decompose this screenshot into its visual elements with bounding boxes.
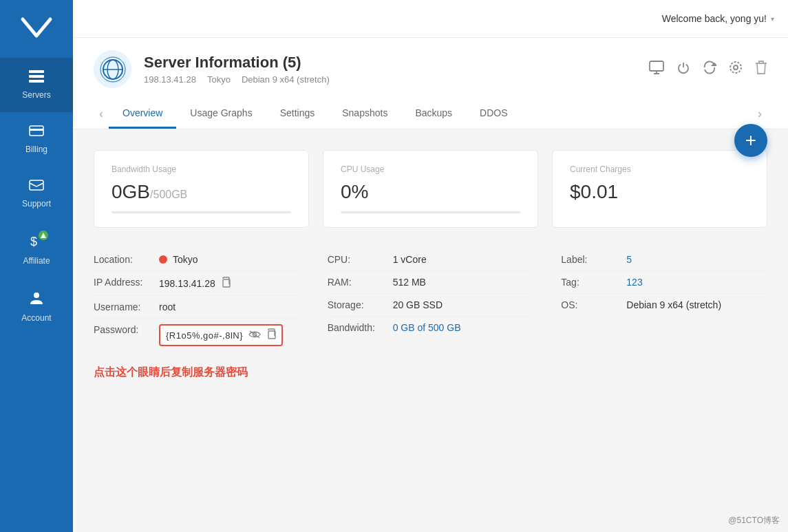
- server-info: Server Information (5) 198.13.41.28 Toky…: [144, 54, 330, 85]
- bandwidth-value: 0GB/500GB: [111, 181, 291, 203]
- label-value[interactable]: 5: [626, 254, 632, 265]
- svg-point-8: [34, 292, 39, 298]
- storage-label: Storage:: [328, 299, 393, 310]
- stats-row: Bandwidth Usage 0GB/500GB CPU Usage 0% C…: [94, 150, 767, 228]
- location-label: Location:: [94, 254, 159, 265]
- tab-ddos[interactable]: DDOS: [466, 99, 521, 129]
- details-grid: Location: Tokyo IP Address: 198.13.41.28: [94, 248, 767, 352]
- username-label: Username:: [94, 301, 159, 312]
- password-text: {R1o5%,go#-,8lN}: [166, 330, 243, 341]
- svg-point-15: [730, 62, 741, 73]
- tab-settings[interactable]: Settings: [266, 99, 329, 129]
- tab-backups[interactable]: Backups: [401, 99, 466, 129]
- storage-row: Storage: 20 GB SSD: [328, 294, 534, 317]
- dropdown-arrow-icon: ▾: [771, 15, 774, 23]
- bandwidth-label: Bandwidth Usage: [111, 164, 291, 174]
- ip-row: IP Address: 198.13.41.28: [94, 271, 300, 296]
- ram-row: RAM: 512 MB: [328, 271, 534, 294]
- delete-icon[interactable]: [755, 60, 767, 78]
- support-icon: [29, 179, 44, 195]
- label-detail-label: Label:: [561, 254, 626, 265]
- server-location: Tokyo: [207, 74, 231, 85]
- sidebar-item-account[interactable]: Account: [0, 278, 73, 335]
- detail-col-1: Location: Tokyo IP Address: 198.13.41.28: [94, 248, 300, 352]
- svg-rect-4: [30, 129, 43, 131]
- watermark: @51CTO博客: [728, 515, 780, 526]
- cpu-detail-label: CPU:: [328, 254, 393, 265]
- ram-label: RAM:: [328, 277, 393, 288]
- settings-icon[interactable]: [729, 61, 743, 78]
- ip-copy-icon[interactable]: [221, 277, 231, 290]
- content-area: Bandwidth Usage 0GB/500GB CPU Usage 0% C…: [73, 129, 788, 532]
- sidebar-item-support[interactable]: Support: [0, 167, 73, 221]
- charges-label: Current Charges: [570, 164, 749, 174]
- account-icon: [29, 290, 44, 309]
- sidebar: Servers Billing Support $ Af: [0, 0, 73, 532]
- cpu-label: CPU Usage: [341, 164, 520, 174]
- os-value: Debian 9 x64 (stretch): [626, 299, 721, 310]
- tab-usage-graphs[interactable]: Usage Graphs: [176, 99, 266, 129]
- os-label: OS:: [561, 299, 626, 310]
- svg-rect-2: [29, 80, 44, 83]
- tag-value[interactable]: 123: [626, 277, 642, 288]
- server-os: Debian 9 x64 (stretch): [242, 74, 330, 85]
- detail-col-2: CPU: 1 vCore RAM: 512 MB Storage: 20 GB …: [328, 248, 534, 352]
- sidebar-item-label: Affiliate: [23, 256, 50, 266]
- storage-value: 20 GB SSD: [393, 299, 443, 310]
- sidebar-item-label: Support: [22, 199, 51, 209]
- password-row: Password: {R1o5%,go#-,8lN}: [94, 319, 300, 352]
- user-menu[interactable]: Welcome back, yong yu! ▾: [662, 13, 774, 24]
- location-value: Tokyo: [159, 254, 198, 265]
- eye-icon[interactable]: [248, 329, 261, 341]
- bandwidth-card: Bandwidth Usage 0GB/500GB: [94, 150, 309, 228]
- svg-rect-13: [650, 61, 663, 71]
- add-button[interactable]: +: [734, 124, 767, 157]
- server-logo: [94, 50, 131, 88]
- ip-label: IP Address:: [94, 277, 159, 288]
- tabs: ‹ Overview Usage Graphs Settings Snapsho…: [94, 98, 767, 129]
- sidebar-item-billing[interactable]: Billing: [0, 112, 73, 167]
- sidebar-logo[interactable]: [19, 14, 54, 44]
- svg-rect-0: [29, 70, 44, 73]
- tag-row: Tag: 123: [561, 271, 767, 294]
- flag-icon: [159, 255, 167, 264]
- cpu-card: CPU Usage 0%: [323, 150, 538, 228]
- detail-col-3: Label: 5 Tag: 123 OS: Debian 9 x64 (stre…: [561, 248, 767, 352]
- tab-prev-arrow[interactable]: ‹: [94, 98, 109, 129]
- bandwidth-number: 0GB: [111, 181, 150, 202]
- affiliate-icon: $: [29, 233, 44, 252]
- bandwidth-detail-label: Bandwidth:: [328, 322, 393, 333]
- topbar: Welcome back, yong yu! ▾: [73, 0, 788, 38]
- username-row: Username: root: [94, 296, 300, 319]
- bandwidth-detail-value[interactable]: 0 GB of 500 GB: [393, 322, 461, 333]
- svg-rect-5: [30, 180, 43, 190]
- billing-icon: [29, 125, 44, 140]
- username-value: root: [159, 301, 175, 312]
- tab-overview[interactable]: Overview: [109, 99, 176, 129]
- ip-value: 198.13.41.28: [159, 277, 231, 290]
- svg-point-14: [734, 65, 738, 70]
- ram-value: 512 MB: [393, 277, 426, 288]
- os-row: OS: Debian 9 x64 (stretch): [561, 294, 767, 316]
- label-row: Label: 5: [561, 248, 767, 271]
- ip-text: 198.13.41.28: [159, 278, 215, 289]
- cpu-detail-value: 1 vCore: [393, 254, 427, 265]
- location-row: Location: Tokyo: [94, 248, 300, 271]
- monitor-icon[interactable]: [649, 61, 664, 78]
- password-label: Password:: [94, 324, 159, 335]
- tab-snapshots[interactable]: Snapshots: [328, 99, 401, 129]
- svg-rect-1: [29, 75, 44, 78]
- bandwidth-bar: [111, 211, 291, 213]
- sidebar-item-affiliate[interactable]: $ Affiliate: [0, 221, 73, 278]
- power-icon[interactable]: [677, 61, 690, 78]
- cpu-detail-row: CPU: 1 vCore: [328, 248, 534, 271]
- bandwidth-detail-row: Bandwidth: 0 GB of 500 GB: [328, 317, 534, 339]
- annotation-text: 点击这个眼睛后复制服务器密码: [94, 365, 767, 380]
- copy-password-icon[interactable]: [266, 328, 276, 342]
- refresh-icon[interactable]: [703, 61, 716, 78]
- servers-icon: [29, 70, 44, 86]
- sidebar-item-servers[interactable]: Servers: [0, 58, 73, 112]
- welcome-text: Welcome back, yong yu!: [662, 13, 767, 24]
- sidebar-item-label: Servers: [22, 90, 50, 100]
- svg-text:$: $: [30, 235, 37, 248]
